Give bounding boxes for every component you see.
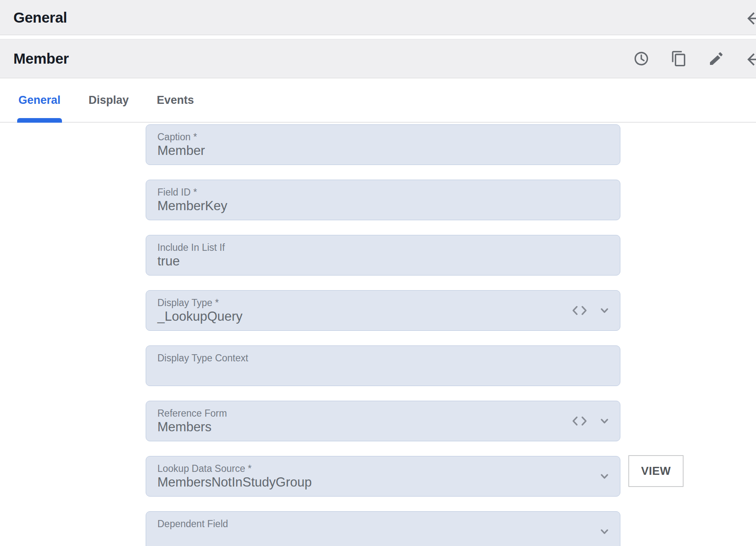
field-row-caption: Caption * Member xyxy=(146,124,620,165)
field-label: Include In List If xyxy=(157,242,225,253)
view-button[interactable]: VIEW xyxy=(628,455,684,487)
field-row-display-type: Display Type * _LookupQuery xyxy=(146,290,620,331)
field-icons xyxy=(598,456,611,496)
chevron-down-icon[interactable] xyxy=(598,304,611,317)
field-icons xyxy=(598,512,611,546)
field-dependent-field[interactable]: Dependent Field xyxy=(146,511,620,546)
field-row-reference-form: Reference Form Members xyxy=(146,401,620,441)
code-icon[interactable] xyxy=(572,306,587,315)
chevron-down-icon[interactable] xyxy=(598,525,611,538)
field-row-field-id: Field ID * MemberKey xyxy=(146,180,620,220)
field-label: Lookup Data Source * xyxy=(157,463,252,474)
field-include-in-list-if[interactable]: Include In List If true xyxy=(146,235,620,276)
field-icons xyxy=(572,291,611,330)
field-label: Dependent Field xyxy=(157,518,228,530)
field-reference-form[interactable]: Reference Form Members xyxy=(146,401,620,441)
code-icon[interactable] xyxy=(572,416,587,426)
field-value: MemberKey xyxy=(157,198,227,214)
field-value: true xyxy=(157,254,180,269)
field-value: MembersNotInStudyGroup xyxy=(157,475,312,490)
field-caption[interactable]: Caption * Member xyxy=(146,124,620,165)
field-row-display-type-context: Display Type Context xyxy=(146,345,620,386)
field-value: Members xyxy=(157,420,211,435)
field-value: _LookupQuery xyxy=(157,309,242,324)
chevron-down-icon[interactable] xyxy=(598,470,611,483)
field-display-type[interactable]: Display Type * _LookupQuery xyxy=(146,290,620,331)
field-label: Caption * xyxy=(157,131,197,143)
field-label: Display Type * xyxy=(157,297,219,309)
field-field-id[interactable]: Field ID * MemberKey xyxy=(146,180,620,220)
field-lookup-data-source[interactable]: Lookup Data Source * MembersNotInStudyGr… xyxy=(146,456,620,497)
field-row-include-in-list-if: Include In List If true xyxy=(146,235,620,276)
form-content: Caption * Member Field ID * MemberKey In… xyxy=(0,0,756,546)
field-row-lookup-data-source: Lookup Data Source * MembersNotInStudyGr… xyxy=(146,456,620,497)
properties-panel: General Member General Display xyxy=(0,0,756,546)
field-label: Reference Form xyxy=(157,408,227,419)
field-icons xyxy=(572,401,611,441)
chevron-down-icon[interactable] xyxy=(598,415,611,428)
field-label: Field ID * xyxy=(157,187,197,198)
field-value: Member xyxy=(157,143,205,158)
field-label: Display Type Context xyxy=(157,353,248,364)
field-row-dependent-field: Dependent Field xyxy=(146,511,620,546)
field-display-type-context[interactable]: Display Type Context xyxy=(146,345,620,386)
